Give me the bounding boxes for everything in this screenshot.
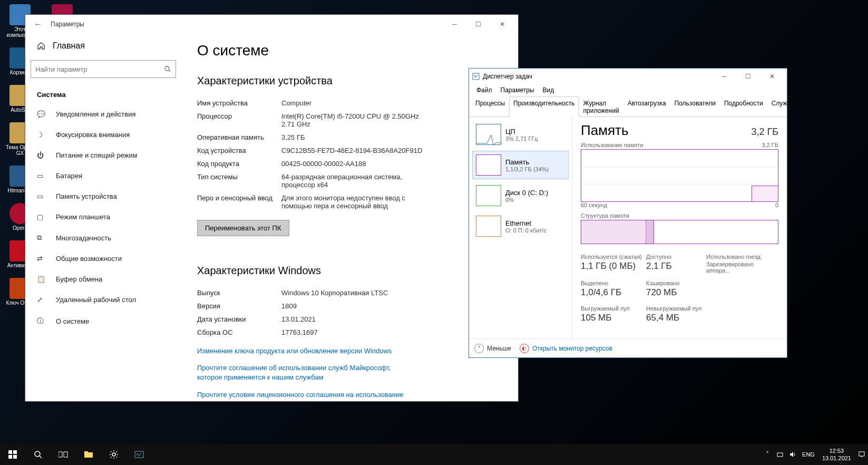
taskmgr-tabs: Процессы Производительность Журнал прило…	[469, 96, 787, 117]
taskmgr-titlebar[interactable]: Диспетчер задач ─ ☐ ✕	[469, 69, 787, 84]
explorer-button[interactable]	[76, 444, 101, 465]
spec-build: Сборка ОС17763.1697	[197, 326, 502, 339]
nav-tablet[interactable]: ▢Режим планшета	[31, 207, 176, 227]
nav-battery[interactable]: ▭Батарея	[31, 166, 176, 186]
search-icon	[164, 65, 171, 73]
settings-titlebar[interactable]: ← Параметры ─ ☐ ✕	[25, 15, 518, 34]
spec-devicename: Имя устройстваComputer	[197, 96, 502, 110]
link-services-agreement[interactable]: Прочтите соглашение об использовании слу…	[197, 363, 408, 382]
taskmgr-icon	[472, 73, 480, 80]
share-icon: ⇄	[37, 255, 47, 263]
settings-button[interactable]	[101, 444, 126, 465]
taskview-button[interactable]	[51, 444, 76, 465]
struct-label: Структура памяти	[581, 212, 778, 219]
tray-volume-icon[interactable]	[786, 444, 799, 465]
spec-systemtype: Тип системы64-разрядная операционная сис…	[197, 170, 502, 191]
tm-minimize-button[interactable]: ─	[713, 69, 736, 84]
notification-icon: 💬	[37, 110, 47, 118]
search-button[interactable]	[25, 444, 51, 465]
usage-max: 3,2 ГБ	[762, 142, 778, 148]
memory-thumb-graph	[476, 154, 501, 176]
spec-version: Версия1809	[197, 299, 502, 313]
memory-total: 3,2 ГБ	[751, 127, 778, 138]
svg-point-6	[35, 451, 40, 457]
svg-rect-1	[473, 73, 479, 80]
nav-power[interactable]: ⏻Питание и спящий режим	[31, 145, 176, 166]
home-button[interactable]: Главная	[31, 34, 176, 58]
clipboard-icon: 📋	[37, 275, 47, 283]
svg-point-11	[112, 453, 115, 456]
multitask-icon: ⧉	[37, 234, 47, 242]
link-license-terms[interactable]: Прочтите условия лицензионного соглашени…	[197, 390, 408, 401]
tab-users[interactable]: Пользователи	[670, 96, 720, 117]
chevron-up-icon: ˄	[474, 344, 484, 353]
tab-services[interactable]: Службы	[767, 96, 799, 117]
tablet-icon: ▢	[37, 213, 47, 221]
nav-shared[interactable]: ⇄Общие возможности	[31, 248, 176, 269]
svg-rect-12	[135, 451, 143, 458]
fewer-details-button[interactable]: ˄ Меньше	[474, 344, 511, 353]
tm-close-button[interactable]: ✕	[760, 69, 784, 84]
disk-thumb-graph	[476, 185, 501, 206]
nav-clipboard[interactable]: 📋Буфер обмена	[31, 269, 176, 289]
tray-chevron-up-icon[interactable]: ˄	[761, 444, 774, 465]
start-button[interactable]	[0, 444, 25, 465]
info-icon: ⓘ	[37, 316, 47, 326]
svg-rect-14	[859, 452, 864, 456]
side-memory[interactable]: Память1,1/3,2 ГБ (34%)	[472, 151, 569, 179]
tab-apphistory[interactable]: Журнал приложений	[579, 96, 623, 117]
nav-storage[interactable]: ▭Память устройства	[31, 186, 176, 207]
minimize-button[interactable]: ─	[443, 16, 466, 32]
taskmgr-button[interactable]	[126, 444, 152, 465]
remote-icon: ⤢	[37, 296, 47, 304]
open-resource-monitor[interactable]: ◐ Открыть монитор ресурсов	[520, 344, 612, 353]
taskbar: ˄ ENG 12:53 13.01.2021	[0, 444, 868, 465]
nav-notifications[interactable]: 💬Уведомления и действия	[31, 104, 176, 124]
home-label: Главная	[53, 41, 85, 51]
side-disk[interactable]: Диск 0 (C: D:)0%	[472, 181, 569, 210]
menu-file[interactable]: Файл	[472, 84, 496, 96]
spec-edition: ВыпускWindows 10 Корпоративная LTSC	[197, 286, 502, 299]
tab-performance[interactable]: Производительность	[509, 96, 579, 117]
page-title: О системе	[197, 42, 502, 59]
settings-sidebar: Главная Система 💬Уведомления и действия …	[25, 34, 181, 401]
tm-maximize-button[interactable]: ☐	[736, 69, 760, 84]
rename-pc-button[interactable]: Переименовать этот ПК	[197, 220, 289, 236]
menu-options[interactable]: Параметры	[496, 84, 539, 96]
menu-view[interactable]: Вид	[538, 84, 558, 96]
svg-rect-9	[84, 452, 93, 458]
svg-rect-3	[13, 450, 17, 454]
settings-window-title: Параметры	[51, 21, 84, 28]
memory-title: Память	[581, 122, 629, 139]
tab-details[interactable]: Подробности	[720, 96, 767, 117]
search-box[interactable]	[31, 60, 176, 78]
svg-rect-7	[58, 452, 62, 457]
back-button[interactable]: ←	[30, 16, 46, 33]
tab-processes[interactable]: Процессы	[471, 96, 509, 117]
svg-rect-10	[84, 451, 88, 453]
tray-lang[interactable]: ENG	[799, 444, 818, 465]
svg-rect-4	[8, 455, 12, 459]
tray-clock[interactable]: 12:53 13.01.2021	[818, 447, 855, 462]
tab-startup[interactable]: Автозагрузка	[623, 96, 670, 117]
nav-focus[interactable]: ☽Фокусировка внимания	[31, 124, 176, 145]
nav-remote[interactable]: ⤢Удаленный рабочий стол	[31, 289, 176, 310]
close-button[interactable]: ✕	[490, 16, 514, 32]
taskmgr-footer: ˄ Меньше ◐ Открыть монитор ресурсов	[469, 338, 787, 357]
windows-specs-title: Характеристики Windows	[197, 265, 502, 277]
spec-pen: Перо и сенсорный вводДля этого монитора …	[197, 191, 502, 212]
link-product-key[interactable]: Изменение ключа продукта или обновление …	[197, 346, 408, 356]
power-icon: ⏻	[37, 151, 47, 159]
nav-multitask[interactable]: ⧉Многозадачность	[31, 227, 176, 248]
search-input[interactable]	[35, 65, 164, 73]
svg-rect-13	[777, 453, 783, 457]
side-ethernet[interactable]: EthernetО: 0 П: 0 кбит/с	[472, 212, 569, 240]
memory-stats: Используется (сжатая) Доступно Использов…	[581, 254, 778, 298]
tray-network-icon[interactable]	[774, 444, 786, 465]
side-cpu[interactable]: ЦП3% 2,71 ГГц	[472, 120, 569, 149]
maximize-button[interactable]: ☐	[466, 16, 490, 32]
tray-notifications-icon[interactable]	[855, 444, 868, 465]
settings-window: ← Параметры ─ ☐ ✕ Главная Система 💬Уведо…	[25, 14, 519, 402]
nav-about[interactable]: ⓘО системе	[31, 310, 176, 332]
spec-ram: Оперативная память3,25 ГБ	[197, 131, 502, 144]
